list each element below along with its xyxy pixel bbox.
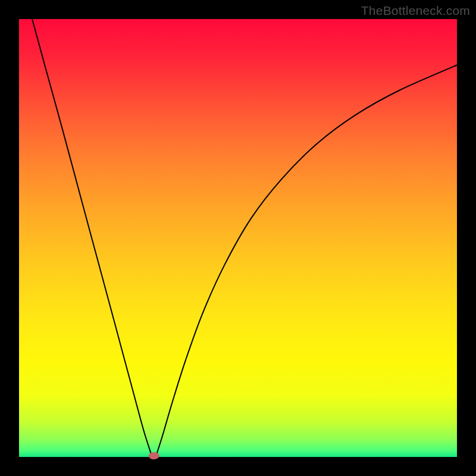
- watermark-text: TheBottleneck.com: [361, 4, 470, 18]
- plot-area: [19, 19, 457, 457]
- curve-left-branch: [32, 19, 152, 456]
- bottleneck-curve: [19, 19, 457, 457]
- optimal-point-marker: [149, 452, 159, 459]
- curve-right-branch: [156, 65, 457, 456]
- chart-frame: TheBottleneck.com: [0, 0, 476, 476]
